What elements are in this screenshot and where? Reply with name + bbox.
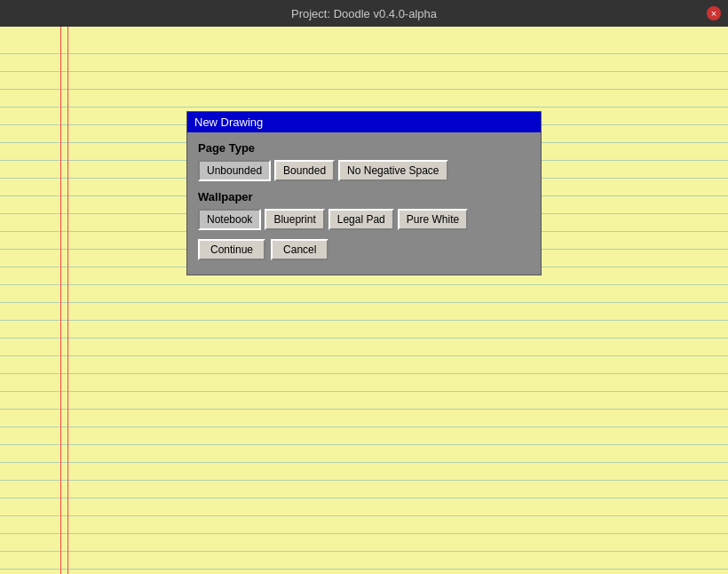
page-type-label: Page Type: [198, 141, 530, 155]
page-type-group: Unbounded Bounded No Negative Space: [198, 160, 530, 181]
canvas-area: New Drawing Page Type Unbounded Bounded …: [0, 27, 728, 574]
wallpaper-blueprint[interactable]: Blueprint: [265, 209, 324, 230]
continue-button[interactable]: Continue: [198, 239, 265, 260]
wallpaper-pure-white[interactable]: Pure White: [398, 209, 468, 230]
cancel-button[interactable]: Cancel: [271, 239, 328, 260]
modal-body: Page Type Unbounded Bounded No Negative …: [187, 132, 541, 275]
modal-title: New Drawing: [194, 116, 263, 129]
wallpaper-label: Wallpaper: [198, 190, 530, 203]
wallpaper-notebook[interactable]: Notebook: [198, 209, 261, 230]
action-buttons: Continue Cancel: [198, 239, 530, 260]
page-type-bounded[interactable]: Bounded: [274, 160, 335, 181]
close-button[interactable]: ×: [707, 6, 721, 20]
modal-overlay: New Drawing Page Type Unbounded Bounded …: [0, 27, 728, 574]
wallpaper-legal-pad[interactable]: Legal Pad: [328, 209, 394, 230]
modal-title-bar: New Drawing: [187, 112, 541, 132]
page-type-unbounded[interactable]: Unbounded: [198, 160, 271, 181]
title-bar: Project: Doodle v0.4.0-alpha ×: [0, 0, 728, 27]
modal-dialog: New Drawing Page Type Unbounded Bounded …: [186, 111, 542, 275]
page-type-no-negative-space[interactable]: No Negative Space: [338, 160, 447, 181]
window-title: Project: Doodle v0.4.0-alpha: [291, 7, 437, 20]
wallpaper-group: Notebook Blueprint Legal Pad Pure White: [198, 209, 530, 230]
